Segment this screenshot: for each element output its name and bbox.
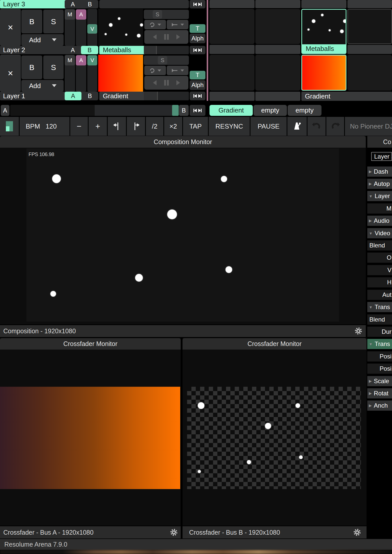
resync-button[interactable]: RESYNC	[209, 117, 250, 136]
layer3-audio-fader[interactable]: A	[76, 9, 86, 46]
layer-name-layer1[interactable]: Layer 1	[0, 92, 67, 100]
layer3-bus-a-button[interactable]: A	[65, 0, 81, 8]
layer1-clip-pill-empty-1[interactable]: empty	[254, 105, 287, 116]
clip-name-gradient[interactable]: Gradient	[301, 92, 350, 101]
collapse-arrow-icon[interactable]: ▼	[369, 342, 373, 346]
expand-arrow-icon[interactable]: ▶	[369, 379, 372, 383]
crossfader-a-button[interactable]: A	[1, 105, 9, 116]
layer3-clip-progress[interactable]	[144, 46, 189, 54]
clip-name-metaballs[interactable]: Metaballs	[302, 44, 346, 53]
layer2-beatsnap-dropdown[interactable]	[167, 66, 188, 75]
property-row-trans[interactable]: ▼Trans	[367, 339, 392, 349]
property-row-anch[interactable]: ▶Anch	[367, 400, 392, 411]
layer2-audio-button[interactable]: A	[76, 55, 86, 65]
layer3-video-button[interactable]: V	[87, 24, 97, 34]
expand-arrow-icon[interactable]: ▶	[369, 169, 372, 174]
clip-slot-label[interactable]	[209, 92, 255, 101]
layer3-loopmode-dropdown[interactable]	[144, 20, 166, 29]
property-row-dash[interactable]: ▶Dash	[367, 167, 392, 177]
property-row-blend[interactable]: Blend	[367, 314, 392, 325]
layer3-clip-solo-button[interactable]: S	[153, 10, 162, 19]
property-row-posi[interactable]: Posi	[367, 351, 392, 362]
layer2-blendmode-dropdown[interactable]: Add	[21, 80, 64, 92]
grid-column-header[interactable]	[209, 0, 255, 8]
layer2-playing-clip-label[interactable]: Gradient	[99, 92, 147, 100]
layer2-close-button[interactable]: ×	[0, 55, 21, 92]
crossfader-b-button[interactable]: B	[179, 105, 189, 116]
property-row-aut[interactable]: Aut	[367, 290, 392, 300]
clip-slot-outlined[interactable]	[347, 9, 392, 44]
property-row-autop[interactable]: ▶Autop	[367, 179, 392, 189]
layer3-bus-b-button[interactable]: B	[81, 0, 98, 8]
layer3-solo-button[interactable]: S	[43, 10, 64, 33]
grid-column-header[interactable]	[301, 0, 346, 8]
layer2-video-fader[interactable]: V	[87, 55, 97, 92]
layer2-transport[interactable]	[144, 76, 188, 90]
layer2-audio-fader[interactable]: A	[76, 55, 86, 92]
layer2-clip-progress[interactable]	[144, 92, 189, 100]
property-row-o[interactable]: O	[367, 253, 392, 263]
layer2-solo-button[interactable]: S	[43, 56, 64, 79]
clip-cell-metaballs[interactable]: Metaballs	[301, 9, 346, 54]
tap-tempo-button[interactable]: TAP	[183, 117, 208, 136]
property-row-posi[interactable]: Posi	[367, 364, 392, 374]
bpm-increase-button[interactable]: +	[89, 117, 107, 136]
clip-thumbnail-metaballs[interactable]	[302, 10, 346, 44]
gear-icon[interactable]	[353, 529, 361, 538]
clip-slot-label[interactable]	[255, 45, 300, 54]
gear-icon[interactable]	[355, 327, 362, 336]
layer2-transition-button[interactable]: T	[190, 71, 205, 79]
clip-slot-label[interactable]	[209, 45, 255, 54]
layer1-clip-pill-gradient[interactable]: Gradient	[209, 105, 253, 116]
collapse-arrow-icon[interactable]: ▼	[369, 194, 373, 198]
expand-arrow-icon[interactable]: ▶	[369, 391, 372, 396]
property-row-rotat[interactable]: ▶Rotat	[367, 388, 392, 398]
layer2-active-clip-thumbnail[interactable]	[98, 55, 143, 92]
property-row-video[interactable]: ▼Video	[367, 228, 392, 238]
layer3-playing-clip-label[interactable]: Metaballs	[99, 46, 147, 54]
nudge-up-button[interactable]	[127, 117, 145, 136]
layer2-loopmode-dropdown[interactable]	[144, 66, 166, 75]
property-row-scale[interactable]: ▶Scale	[367, 376, 392, 386]
layer1-bus-b-button[interactable]: B	[81, 92, 98, 100]
crossfader-slider[interactable]	[10, 105, 179, 116]
collapse-arrow-icon[interactable]: ▼	[369, 305, 373, 309]
clip-slot-empty[interactable]	[209, 9, 255, 44]
property-row-m[interactable]: M	[367, 203, 392, 214]
clip-slot-empty[interactable]	[255, 55, 300, 91]
layer3-clip-position-bar[interactable]: S	[144, 10, 189, 19]
expand-arrow-icon[interactable]: ▶	[369, 182, 372, 186]
layer3-master-button[interactable]: M	[65, 9, 75, 20]
bpm-double-button[interactable]: ×2	[164, 117, 182, 136]
redo-button[interactable]	[326, 117, 344, 136]
layer3-bypass-button[interactable]: B	[21, 10, 42, 33]
gear-icon[interactable]	[170, 529, 178, 538]
layer1-bus-a-button[interactable]: A	[65, 92, 81, 100]
layer2-video-button[interactable]: V	[87, 55, 97, 65]
layer3-alpha-blend-button[interactable]: Alph	[190, 34, 205, 43]
layer2-bus-b-button[interactable]: B	[81, 46, 98, 54]
layer-name-layer3[interactable]: Layer 3	[0, 0, 67, 8]
clip-slot-label[interactable]	[347, 45, 392, 54]
property-row-trans[interactable]: ▼Trans	[367, 302, 392, 312]
composition-active-indicator[interactable]	[0, 117, 19, 136]
nudge-down-button[interactable]	[108, 117, 126, 136]
bpm-value[interactable]: 120	[46, 122, 57, 130]
bpm-decrease-button[interactable]: −	[70, 117, 88, 136]
bpm-display[interactable]: BPM 120	[20, 117, 69, 136]
clip-slot-empty[interactable]	[209, 55, 255, 91]
layer2-bus-a-button[interactable]: A	[65, 46, 81, 54]
layer2-skip-buttons[interactable]	[190, 46, 205, 54]
expand-arrow-icon[interactable]: ▶	[369, 218, 372, 223]
layer-selector[interactable]: Layer 3	[371, 152, 392, 161]
clip-cell-gradient[interactable]	[301, 55, 346, 91]
layer2-master-fader[interactable]: M	[65, 55, 75, 92]
layer3-beatsnap-dropdown[interactable]	[167, 20, 188, 29]
layer2-bypass-button[interactable]: B	[21, 56, 42, 79]
layer2-clip-position-bar[interactable]: S	[144, 56, 189, 65]
clip-slot-label[interactable]	[347, 92, 392, 101]
pause-button[interactable]: PAUSE	[250, 117, 287, 136]
grid-column-header[interactable]	[255, 0, 300, 8]
layer3-audio-button[interactable]: A	[76, 9, 86, 20]
property-row-h[interactable]: H	[367, 277, 392, 287]
